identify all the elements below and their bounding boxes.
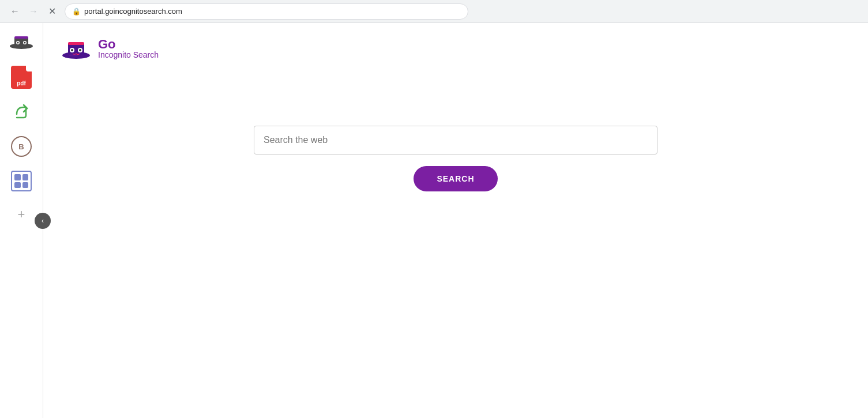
- logo-incognito: Incognito Search: [98, 51, 159, 59]
- calc-cell-1: [14, 174, 21, 180]
- browser-chrome: ← → ✕ 🔒 portal.goincognitosearch.com: [0, 0, 868, 23]
- svg-point-14: [69, 54, 78, 57]
- main-content: Go Incognito Search SEARCH: [43, 23, 868, 418]
- sidebar-collapse-toggle[interactable]: ‹: [35, 213, 51, 229]
- app-container: pdf B: [0, 23, 868, 418]
- reload-close-button[interactable]: ✕: [44, 3, 60, 20]
- search-area: SEARCH: [61, 126, 851, 191]
- sidebar-hat-icon: [9, 29, 34, 54]
- coin-icon: B: [11, 136, 32, 157]
- sidebar-item-coin[interactable]: B: [10, 135, 33, 158]
- arrow-icon: [11, 101, 32, 122]
- calc-cell-3: [14, 182, 21, 189]
- calc-cell-4: [22, 182, 29, 189]
- coin-label: B: [18, 142, 24, 151]
- collapse-icon: ‹: [42, 217, 44, 225]
- sidebar-item-calculator[interactable]: [10, 170, 33, 193]
- search-input[interactable]: [254, 126, 657, 155]
- logo-go: Go: [98, 38, 159, 51]
- search-button[interactable]: SEARCH: [414, 166, 497, 191]
- pdf-label: pdf: [17, 80, 26, 86]
- sidebar-item-arrow[interactable]: [10, 100, 33, 123]
- header-hat-icon: [61, 35, 92, 62]
- svg-point-12: [71, 49, 73, 51]
- svg-rect-2: [14, 36, 28, 39]
- svg-rect-9: [68, 42, 84, 45]
- address-bar[interactable]: 🔒 portal.goincognitosearch.com: [65, 3, 468, 20]
- calculator-icon: [11, 171, 32, 191]
- sidebar-logo: [9, 29, 34, 54]
- add-app-button[interactable]: +: [11, 204, 32, 225]
- svg-point-5: [17, 42, 19, 44]
- pdf-icon: pdf: [11, 66, 32, 89]
- url-text: portal.goincognitosearch.com: [84, 7, 182, 16]
- sidebar-item-pdf[interactable]: pdf: [10, 66, 33, 89]
- header-logo: Go Incognito Search: [61, 35, 159, 62]
- lock-icon: 🔒: [72, 7, 81, 16]
- nav-buttons: ← → ✕: [7, 3, 60, 20]
- calc-cell-2: [22, 174, 29, 180]
- svg-point-13: [79, 49, 81, 51]
- back-button[interactable]: ←: [7, 3, 23, 20]
- add-icon: +: [18, 207, 25, 222]
- forward-button[interactable]: →: [25, 3, 42, 20]
- svg-point-6: [24, 42, 26, 44]
- search-input-wrapper: [254, 126, 657, 155]
- sidebar: pdf B: [0, 23, 43, 418]
- logo-text: Go Incognito Search: [98, 38, 159, 59]
